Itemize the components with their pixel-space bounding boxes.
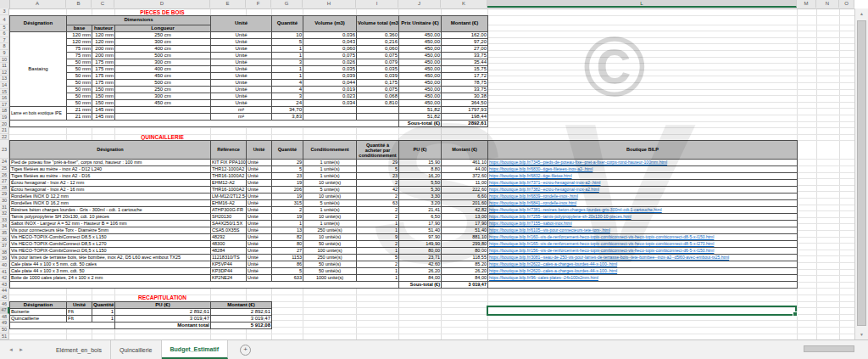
cell[interactable]: KIT FIX PPA100: [211, 160, 247, 166]
cell[interactable]: SH20130: [211, 214, 247, 221]
cell[interactable]: 633: [272, 275, 303, 282]
cell[interactable]: 450,00: [399, 38, 442, 45]
cell[interactable]: 2: [357, 207, 399, 214]
cell[interactable]: 48300: [211, 241, 247, 248]
product-link[interactable]: https://boutique.bilp.fr/6105--vis-pour-…: [489, 227, 610, 233]
cell[interactable]: Unité: [247, 160, 272, 166]
cell[interactable]: 400 cm: [115, 45, 211, 52]
cell[interactable]: 50 mm: [67, 65, 92, 72]
cell[interactable]: 51,40: [442, 227, 488, 234]
link-cell[interactable]: https://boutique.bilp.fr/7371--ecrou-hex…: [488, 180, 798, 187]
product-link[interactable]: https://boutique.bilp.fr/156--vis-de-ren…: [489, 248, 714, 253]
cell[interactable]: Cale plate 44 x 100 x 3 mm, cdt. 50: [10, 268, 211, 275]
column-header-L[interactable]: L: [487, 0, 797, 8]
cell[interactable]: Unité: [211, 38, 272, 45]
cell[interactable]: 1: [272, 72, 303, 79]
link-cell[interactable]: https://boutique.bilp.fr/6841--rondelle-…: [488, 200, 798, 207]
row-header-25[interactable]: 25: [0, 165, 9, 172]
header-quantite[interactable]: Quantité: [272, 141, 303, 160]
section-title-recapitulation[interactable]: RECAPITULATION: [114, 294, 210, 300]
cell[interactable]: 149,90: [399, 241, 442, 248]
cell[interactable]: 175 mm: [92, 79, 115, 86]
cell[interactable]: Unité: [247, 180, 272, 187]
cell[interactable]: SA4X250/1.5X: [211, 221, 247, 227]
cell[interactable]: Écrou hexagonal - Inox A2 - 16 mm: [10, 187, 211, 194]
cell[interactable]: Unité: [247, 255, 272, 261]
row-header-17[interactable]: 17: [0, 102, 9, 109]
cell[interactable]: [357, 113, 399, 120]
cell[interactable]: Boiserie: [10, 308, 67, 315]
column-header-D[interactable]: D: [114, 0, 210, 8]
cell[interactable]: 450,00: [399, 52, 442, 59]
header-conditionnement[interactable]: Conditionnement: [303, 141, 357, 160]
row-header-46[interactable]: 46: [0, 301, 9, 308]
cell[interactable]: 3,83: [272, 113, 303, 120]
cell[interactable]: 50 unité(s): [303, 268, 357, 275]
cell[interactable]: 16,20: [399, 173, 442, 180]
cell[interactable]: 30,38: [442, 93, 488, 99]
cell[interactable]: Unité: [247, 234, 272, 241]
cell[interactable]: 17,90: [399, 221, 442, 227]
horizontal-scroll-thumb[interactable]: [804, 345, 854, 352]
scroll-up-arrow[interactable]: ▲: [855, 8, 868, 19]
row-header-36[interactable]: 36: [0, 237, 9, 244]
cell[interactable]: 51,82: [399, 113, 442, 120]
cell[interactable]: 450,00: [399, 45, 442, 52]
cell[interactable]: Vis HECO-TOPIX-CombiConnect D8,5 x L150: [10, 234, 211, 241]
header-unite[interactable]: Unité: [247, 141, 272, 160]
cell[interactable]: Unité: [211, 45, 272, 52]
cell[interactable]: Fft: [67, 315, 92, 322]
link-cell[interactable]: https://boutique.bilp.fr/156--vis-de-ren…: [488, 248, 798, 255]
cell[interactable]: Unité: [211, 52, 272, 59]
cell[interactable]: 0,026: [303, 59, 357, 65]
cell[interactable]: 200 mm: [92, 52, 115, 59]
cell[interactable]: Vis HECO-TOPIX-CombiConnect D6,5 x L150: [10, 248, 211, 255]
cell[interactable]: Vis pour connecteurs tête Torx - Diamètr…: [10, 227, 211, 234]
cell[interactable]: 10 unité(s): [303, 234, 357, 241]
header-volume-total[interactable]: Volume total (m3): [357, 15, 399, 31]
cell[interactable]: 13: [272, 227, 303, 234]
row-header-15[interactable]: 15: [0, 89, 9, 96]
cell[interactable]: 1: [92, 315, 115, 322]
cell[interactable]: 4: [272, 86, 303, 93]
cell[interactable]: 24: [272, 99, 303, 106]
column-header-A[interactable]: A: [9, 0, 66, 8]
product-link[interactable]: https://boutique.bilp.fr/165--vis-de-ren…: [489, 241, 714, 246]
cell[interactable]: 120 mm: [67, 38, 92, 45]
cell[interactable]: LM-M12/2T12.5-A2: [211, 194, 247, 200]
designation-group-cell[interactable]: Lame en bois exotique IPE: [10, 106, 67, 120]
cell[interactable]: 21,41: [399, 207, 442, 214]
cell[interactable]: ATHP300G-FR: [211, 207, 247, 214]
product-link[interactable]: https://boutique.bilp.fr/7371--ecrou-hex…: [489, 180, 600, 185]
cell[interactable]: 17,90: [442, 221, 488, 227]
cell[interactable]: 1: [357, 221, 399, 227]
column-header-M[interactable]: M: [797, 0, 816, 8]
row-header-10[interactable]: 10: [0, 57, 9, 64]
product-link[interactable]: https://boutique.bilp.fr/7382--ecrou-hex…: [489, 187, 599, 192]
cell[interactable]: 42: [357, 187, 399, 194]
cell[interactable]: 299,80: [442, 241, 488, 248]
column-header-B[interactable]: B: [66, 0, 92, 8]
cell[interactable]: 450,00: [399, 86, 442, 93]
cell[interactable]: 50 mm: [67, 72, 92, 79]
column-header-K[interactable]: K: [441, 0, 487, 8]
cell[interactable]: 201,60: [442, 200, 488, 207]
cell[interactable]: 9: [357, 234, 399, 241]
cell[interactable]: 1153: [272, 255, 303, 261]
header-dimensions[interactable]: Dimensions: [67, 15, 211, 25]
row-header-26[interactable]: 26: [0, 172, 9, 179]
cell[interactable]: Unité: [247, 241, 272, 248]
product-link[interactable]: https://boutique.bilp.fr/3081--seau-de-2…: [489, 255, 729, 260]
row-header-40[interactable]: 40: [0, 262, 9, 269]
cell[interactable]: 450,00: [399, 93, 442, 99]
cell[interactable]: 0,036: [303, 31, 357, 38]
cell[interactable]: 50 mm: [67, 93, 92, 99]
cell[interactable]: 175 mm: [92, 59, 115, 65]
cell[interactable]: 300 cm: [115, 59, 211, 65]
cell[interactable]: Pied de poteau fixe "prêt-à-fixer", corp…: [10, 160, 211, 166]
tab-nav-right-icon[interactable]: ►: [19, 347, 24, 352]
cell[interactable]: 3,20: [399, 200, 442, 207]
cell[interactable]: 44,00: [442, 166, 488, 173]
row-header-42[interactable]: 42: [0, 275, 9, 282]
cell[interactable]: 250 unité(s): [303, 227, 357, 234]
